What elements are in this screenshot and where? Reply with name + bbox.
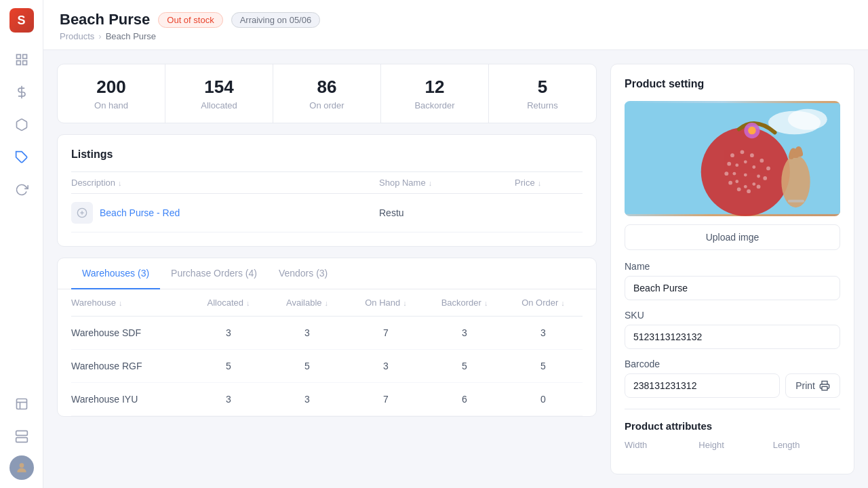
breadcrumb-parent[interactable]: Products bbox=[60, 31, 94, 41]
price-sort-icon: ↓ bbox=[538, 179, 542, 187]
content-area: 200 On hand 154 Allocated 86 On order 12… bbox=[43, 50, 868, 488]
product-attributes-title: Product attributes bbox=[625, 420, 840, 432]
sku-label: SKU bbox=[625, 310, 840, 321]
svg-point-24 bbox=[760, 159, 764, 163]
svg-point-33 bbox=[735, 163, 738, 167]
svg-point-20 bbox=[701, 127, 790, 216]
svg-rect-3 bbox=[22, 61, 26, 65]
wh-available-iyu: 3 bbox=[268, 394, 347, 405]
tab-warehouses[interactable]: Warehouses (3) bbox=[71, 258, 160, 289]
stat-allocated-value: 154 bbox=[179, 77, 259, 98]
product-image bbox=[625, 101, 840, 216]
wh-on-hand-iyu: 7 bbox=[347, 394, 425, 405]
svg-point-21 bbox=[730, 153, 734, 157]
breadcrumb: Products › Beach Purse bbox=[60, 31, 852, 41]
svg-point-29 bbox=[737, 187, 741, 191]
warehouse-row-sdf: Warehouse SDF 3 3 7 3 3 bbox=[71, 317, 583, 350]
svg-point-31 bbox=[724, 171, 728, 176]
stat-on-hand: 200 On hand bbox=[58, 64, 165, 123]
wh-backorder-sdf: 3 bbox=[425, 327, 504, 338]
svg-rect-0 bbox=[16, 55, 20, 59]
sidebar: S bbox=[0, 0, 43, 488]
svg-point-32 bbox=[727, 162, 731, 166]
layout-icon[interactable] bbox=[8, 390, 35, 418]
refresh-icon[interactable] bbox=[8, 176, 35, 203]
stat-returns-label: Returns bbox=[502, 100, 583, 110]
col-shop-header[interactable]: Shop Name ↓ bbox=[379, 178, 515, 188]
upload-image-button[interactable]: Upload imge bbox=[625, 224, 840, 250]
stat-backorder: 12 Backorder bbox=[381, 64, 489, 123]
server-icon[interactable] bbox=[8, 423, 35, 450]
svg-rect-9 bbox=[16, 431, 27, 436]
svg-point-35 bbox=[752, 165, 755, 169]
warehouse-row-rgf: Warehouse RGF 5 5 3 5 5 bbox=[71, 350, 583, 383]
svg-point-25 bbox=[766, 167, 770, 171]
svg-point-26 bbox=[763, 176, 767, 180]
svg-rect-2 bbox=[16, 61, 20, 65]
left-panel: 200 On hand 154 Allocated 86 On order 12… bbox=[57, 64, 597, 474]
wh-allocated-rgf: 5 bbox=[189, 361, 268, 371]
wh-name-rgf: Warehouse RGF bbox=[71, 361, 189, 371]
wh-on-order-rgf: 5 bbox=[504, 361, 583, 371]
box-icon[interactable] bbox=[8, 111, 35, 138]
stat-returns-value: 5 bbox=[502, 77, 583, 98]
description-sort-icon: ↓ bbox=[118, 179, 122, 187]
tab-purchase-orders[interactable]: Purchase Orders (4) bbox=[160, 258, 268, 289]
right-panel: Product setting bbox=[610, 64, 854, 474]
svg-point-44 bbox=[781, 155, 810, 207]
listing-shop: Restu bbox=[379, 207, 515, 218]
svg-point-22 bbox=[741, 150, 745, 154]
stat-backorder-value: 12 bbox=[395, 77, 475, 98]
wh-col-available[interactable]: Available ↓ bbox=[268, 298, 347, 308]
grid-icon[interactable] bbox=[8, 46, 35, 73]
svg-point-23 bbox=[750, 153, 754, 157]
stats-card: 200 On hand 154 Allocated 86 On order 12… bbox=[57, 64, 597, 123]
main-content: Beach Purse Out of stock Arraiving on 05… bbox=[43, 0, 868, 488]
col-price-header[interactable]: Price ↓ bbox=[515, 178, 583, 188]
attributes-row: Width Height Length bbox=[625, 440, 840, 450]
wh-backorder-iyu: 6 bbox=[425, 394, 504, 405]
wh-available-sdf: 3 bbox=[268, 327, 347, 338]
wh-col-backorder[interactable]: Backorder ↓ bbox=[425, 298, 504, 308]
listing-name[interactable]: Beach Purse - Red bbox=[100, 207, 180, 218]
stat-on-hand-value: 200 bbox=[71, 77, 151, 98]
wh-col-warehouse[interactable]: Warehouse ↓ bbox=[71, 298, 189, 308]
wh-name-iyu: Warehouse IYU bbox=[71, 394, 189, 405]
tabs-header: Warehouses (3) Purchase Orders (4) Vendo… bbox=[58, 258, 596, 289]
wh-backorder-rgf: 5 bbox=[425, 361, 504, 371]
print-button[interactable]: Print bbox=[785, 373, 840, 398]
app-logo[interactable]: S bbox=[9, 8, 34, 33]
listings-card: Listings Description ↓ Shop Name ↓ Price… bbox=[57, 134, 597, 247]
warehouse-table: Warehouse ↓ Allocated ↓ Available ↓ On H… bbox=[58, 289, 596, 416]
svg-rect-6 bbox=[16, 399, 26, 409]
wh-available-rgf: 5 bbox=[268, 361, 347, 371]
stat-allocated: 154 Allocated bbox=[165, 64, 273, 123]
wh-col-on-order[interactable]: On Order ↓ bbox=[504, 298, 583, 308]
svg-point-43 bbox=[748, 127, 756, 135]
stat-on-hand-label: On hand bbox=[71, 100, 151, 110]
wh-col-on-hand[interactable]: On Hand ↓ bbox=[347, 298, 425, 308]
shop-sort-icon: ↓ bbox=[429, 179, 433, 187]
stat-returns: 5 Returns bbox=[489, 64, 596, 123]
stat-on-order: 86 On order bbox=[273, 64, 381, 123]
warehouse-row-iyu: Warehouse IYU 3 3 7 6 0 bbox=[71, 383, 583, 416]
listing-thumbnail bbox=[71, 202, 93, 224]
svg-point-34 bbox=[744, 160, 747, 163]
product-setting-title: Product setting bbox=[625, 78, 840, 90]
wh-on-order-iyu: 0 bbox=[504, 394, 583, 405]
out-of-stock-badge: Out of stock bbox=[158, 12, 222, 28]
tab-vendors[interactable]: Vendors (3) bbox=[268, 258, 338, 289]
tag-icon[interactable] bbox=[8, 144, 35, 171]
wh-col-allocated[interactable]: Allocated ↓ bbox=[189, 298, 268, 308]
page-header: Beach Purse Out of stock Arraiving on 05… bbox=[43, 0, 868, 50]
sku-input[interactable] bbox=[625, 325, 840, 349]
col-description-header[interactable]: Description ↓ bbox=[71, 178, 379, 188]
name-input[interactable] bbox=[625, 276, 840, 300]
warehouse-table-header: Warehouse ↓ Allocated ↓ Available ↓ On H… bbox=[71, 289, 583, 317]
attr-width: Width bbox=[625, 440, 692, 450]
barcode-input[interactable] bbox=[625, 373, 780, 398]
avatar[interactable] bbox=[9, 455, 34, 480]
wh-sort-icon: ↓ bbox=[119, 299, 123, 307]
page-title: Beach Purse bbox=[60, 11, 150, 28]
dollar-icon[interactable] bbox=[8, 79, 35, 106]
